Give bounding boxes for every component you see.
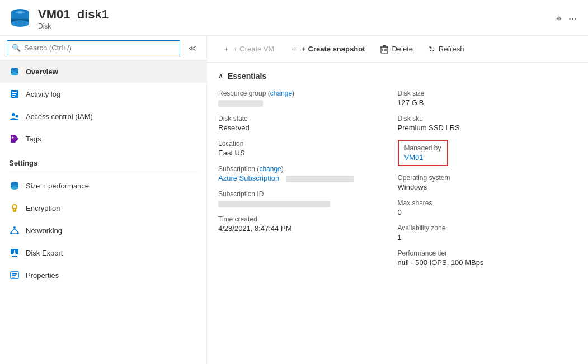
svg-rect-39 [12, 273, 17, 275]
svg-rect-14 [12, 94, 16, 95]
sidebar-item-tags[interactable]: Tags [0, 127, 206, 150]
resource-group-item: Resource group (change) [218, 89, 387, 107]
search-input[interactable] [24, 44, 175, 52]
subscription-value: Azure Subscription [218, 174, 387, 182]
size-performance-icon [9, 180, 20, 191]
svg-rect-41 [12, 277, 15, 278]
sidebar-label-properties: Properties [26, 271, 59, 280]
performance-tier-value: null - 500 IOPS, 100 MBps [398, 258, 566, 267]
svg-rect-37 [14, 250, 15, 254]
refresh-button[interactable]: ↻ Refresh [422, 41, 471, 57]
networking-icon [9, 225, 20, 236]
resource-group-change-link[interactable]: change [270, 89, 292, 97]
sidebar-label-encryption: Encryption [26, 204, 60, 212]
subscription-label: Subscription (change) [218, 165, 387, 173]
sidebar-label-size-performance: Size + performance [26, 182, 89, 190]
sidebar-item-networking[interactable]: Networking [0, 219, 206, 242]
managed-by-item: Managed by VM01 [398, 140, 566, 166]
sidebar-label-disk-export: Disk Export [26, 249, 63, 257]
essentials-section: ∧ Essentials Resource group (change) [207, 63, 588, 283]
subscription-change-link[interactable]: change [259, 165, 281, 173]
disk-state-label: Disk state [218, 115, 387, 122]
time-created-item: Time created 4/28/2021, 8:47:44 PM [218, 215, 387, 233]
subscription-name-link[interactable]: Azure Subscription [218, 174, 279, 182]
location-value: East US [218, 149, 387, 157]
search-box[interactable]: 🔍 [7, 40, 180, 55]
svg-rect-40 [12, 275, 16, 276]
sidebar-item-access-control[interactable]: Access control (IAM) [0, 105, 206, 127]
svg-rect-15 [12, 96, 15, 97]
sidebar-item-properties[interactable]: Properties [0, 264, 206, 286]
tags-icon [9, 133, 20, 144]
subscription-id-item: Subscription ID [218, 190, 387, 207]
managed-by-label: Managed by [404, 144, 441, 152]
subscription-id-value [218, 199, 387, 207]
subscription-id-blurred [218, 201, 330, 207]
svg-point-19 [12, 137, 14, 139]
svg-rect-13 [12, 92, 17, 93]
operating-system-label: Operating system [398, 174, 566, 182]
svg-marker-18 [11, 135, 18, 143]
page-subtitle: Disk [38, 22, 554, 30]
disk-sku-item: Disk sku Premium SSD LRS [398, 115, 566, 132]
max-shares-label: Max shares [398, 199, 566, 207]
settings-section-label: Settings [0, 150, 206, 169]
operating-system-item: Operating system Windows [398, 174, 566, 191]
sidebar-label-overview: Overview [26, 68, 58, 76]
disk-sku-value: Premium SSD LRS [398, 124, 566, 132]
resource-group-label: Resource group (change) [218, 89, 387, 97]
essentials-right-col: Disk size 127 GiB Disk sku Premium SSD L… [398, 89, 577, 275]
availability-zone-label: Availability zone [398, 224, 566, 232]
encryption-icon [9, 202, 20, 214]
disk-size-value: 127 GiB [398, 98, 566, 107]
availability-zone-item: Availability zone 1 [398, 224, 566, 242]
nav-divider [9, 172, 197, 172]
search-icon: 🔍 [12, 44, 21, 52]
managed-by-link[interactable]: VM01 [404, 153, 424, 162]
svg-point-24 [11, 186, 18, 190]
sidebar-item-size-performance[interactable]: Size + performance [0, 174, 206, 197]
delete-button[interactable]: Delete [374, 41, 420, 57]
max-shares-item: Max shares 0 [398, 199, 566, 216]
time-created-value: 4/28/2021, 8:47:44 PM [218, 224, 387, 233]
essentials-left-col: Resource group (change) Disk state Reser… [218, 89, 398, 275]
disk-icon [9, 7, 31, 31]
resource-group-blurred [218, 100, 263, 107]
subscription-blurred [286, 176, 354, 182]
sidebar: 🔍 ≪ O [0, 36, 207, 364]
toolbar: ＋ + Create VM ＋ + Create snapshot [207, 36, 588, 63]
sidebar-item-disk-export[interactable]: Disk Export [0, 242, 206, 264]
subscription-item: Subscription (change) Azure Subscription [218, 165, 387, 182]
svg-point-11 [11, 72, 18, 75]
refresh-icon: ↻ [429, 45, 435, 54]
content-area: ＋ + Create VM ＋ + Create snapshot [207, 36, 588, 364]
svg-rect-44 [383, 45, 386, 46]
svg-point-27 [14, 209, 15, 210]
sidebar-label-tags: Tags [26, 135, 41, 143]
sidebar-item-activity-log[interactable]: Activity log [0, 83, 206, 105]
properties-icon [9, 270, 20, 281]
svg-point-28 [13, 226, 16, 229]
managed-by-box: Managed by VM01 [398, 140, 448, 166]
sidebar-item-overview[interactable]: Overview [0, 60, 206, 83]
create-vm-button[interactable]: ＋ + Create VM [216, 41, 281, 58]
managed-by-value: VM01 [404, 153, 441, 162]
operating-system-value: Windows [398, 183, 566, 191]
svg-rect-35 [12, 256, 17, 257]
essentials-chevron-icon[interactable]: ∧ [218, 72, 223, 80]
more-button[interactable]: ··· [566, 11, 579, 27]
location-label: Location [218, 140, 387, 148]
subscription-id-label: Subscription ID [218, 190, 387, 198]
performance-tier-label: Performance tier [398, 249, 566, 257]
iam-icon [9, 111, 20, 122]
create-snapshot-button[interactable]: ＋ + Create snapshot [283, 40, 371, 58]
disk-size-label: Disk size [398, 89, 566, 97]
pin-button[interactable]: ⌖ [554, 11, 564, 27]
collapse-button[interactable]: ≪ [185, 41, 200, 55]
performance-tier-item: Performance tier null - 500 IOPS, 100 MB… [398, 249, 566, 267]
activity-log-icon [9, 88, 20, 100]
disk-state-item: Disk state Reserved [218, 115, 387, 132]
sidebar-label-activity-log: Activity log [26, 90, 60, 98]
delete-icon [380, 44, 388, 54]
sidebar-item-encryption[interactable]: Encryption [0, 197, 206, 219]
